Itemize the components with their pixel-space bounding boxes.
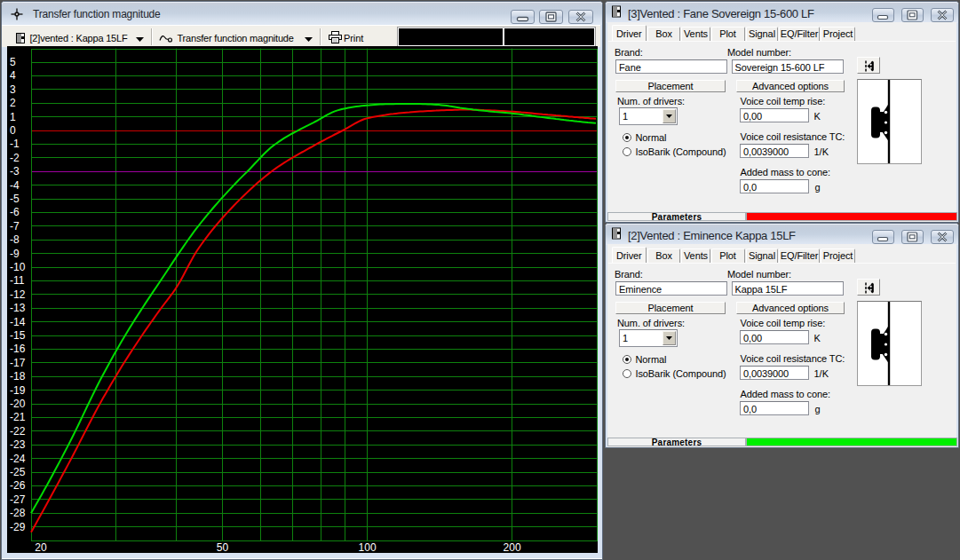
svg-text:-13: -13 [10,302,26,314]
svg-text:-12: -12 [10,288,26,301]
svg-text:-17: -17 [10,357,26,369]
svg-text:-23: -23 [10,438,26,451]
svg-text:-15: -15 [10,329,26,342]
svg-text:-25: -25 [10,466,26,478]
svg-text:1: 1 [10,111,16,123]
svg-text:-24: -24 [10,453,26,465]
svg-text:-4: -4 [10,179,20,192]
svg-text:-27: -27 [10,493,26,506]
svg-text:-26: -26 [10,479,26,492]
svg-text:-5: -5 [10,193,20,205]
svg-text:3: 3 [10,83,16,96]
svg-text:-14: -14 [10,316,26,328]
svg-text:-18: -18 [10,370,26,383]
svg-text:50: 50 [217,541,229,553]
svg-text:-2: -2 [10,152,20,164]
svg-text:4: 4 [10,69,16,82]
svg-text:100: 100 [359,541,377,553]
svg-text:-29: -29 [10,521,26,533]
svg-text:-3: -3 [10,165,20,177]
svg-text:2: 2 [10,97,16,109]
svg-text:-28: -28 [10,507,26,519]
svg-text:-16: -16 [10,343,26,355]
svg-text:-19: -19 [10,384,26,397]
svg-text:-10: -10 [10,261,26,273]
svg-text:-20: -20 [10,398,26,410]
svg-text:-1: -1 [10,138,20,150]
svg-text:-6: -6 [10,206,20,218]
svg-text:200: 200 [504,541,521,553]
svg-text:-8: -8 [10,233,20,246]
svg-text:-11: -11 [10,274,25,287]
svg-text:20: 20 [35,541,47,553]
svg-text:0: 0 [10,124,16,137]
svg-text:-21: -21 [10,411,26,423]
svg-text:-22: -22 [10,425,26,438]
svg-text:-7: -7 [10,220,20,233]
svg-text:-9: -9 [10,248,20,260]
svg-text:5: 5 [10,56,16,68]
